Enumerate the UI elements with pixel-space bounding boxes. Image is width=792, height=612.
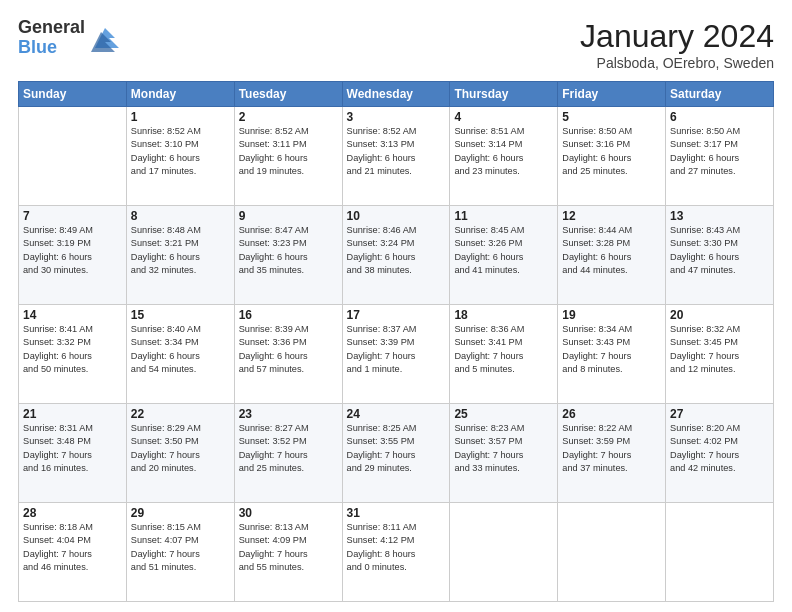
day-cell: 5Sunrise: 8:50 AM Sunset: 3:16 PM Daylig… (558, 107, 666, 206)
day-number: 27 (670, 407, 769, 421)
day-info: Sunrise: 8:22 AM Sunset: 3:59 PM Dayligh… (562, 422, 661, 475)
day-cell: 27Sunrise: 8:20 AM Sunset: 4:02 PM Dayli… (666, 404, 774, 503)
day-info: Sunrise: 8:20 AM Sunset: 4:02 PM Dayligh… (670, 422, 769, 475)
day-header-tuesday: Tuesday (234, 82, 342, 107)
day-info: Sunrise: 8:50 AM Sunset: 3:17 PM Dayligh… (670, 125, 769, 178)
logo-general: General (18, 18, 85, 38)
day-number: 1 (131, 110, 230, 124)
day-cell: 20Sunrise: 8:32 AM Sunset: 3:45 PM Dayli… (666, 305, 774, 404)
day-info: Sunrise: 8:49 AM Sunset: 3:19 PM Dayligh… (23, 224, 122, 277)
day-info: Sunrise: 8:52 AM Sunset: 3:11 PM Dayligh… (239, 125, 338, 178)
day-number: 25 (454, 407, 553, 421)
day-number: 7 (23, 209, 122, 223)
title-block: January 2024 Palsboda, OErebro, Sweden (580, 18, 774, 71)
week-row-2: 7Sunrise: 8:49 AM Sunset: 3:19 PM Daylig… (19, 206, 774, 305)
day-number: 18 (454, 308, 553, 322)
day-cell: 26Sunrise: 8:22 AM Sunset: 3:59 PM Dayli… (558, 404, 666, 503)
day-cell: 16Sunrise: 8:39 AM Sunset: 3:36 PM Dayli… (234, 305, 342, 404)
day-number: 11 (454, 209, 553, 223)
day-header-monday: Monday (126, 82, 234, 107)
day-number: 23 (239, 407, 338, 421)
logo: General Blue (18, 18, 119, 58)
day-cell: 19Sunrise: 8:34 AM Sunset: 3:43 PM Dayli… (558, 305, 666, 404)
page: General Blue January 2024 Palsboda, OEre… (0, 0, 792, 612)
day-info: Sunrise: 8:18 AM Sunset: 4:04 PM Dayligh… (23, 521, 122, 574)
day-cell: 23Sunrise: 8:27 AM Sunset: 3:52 PM Dayli… (234, 404, 342, 503)
day-cell: 14Sunrise: 8:41 AM Sunset: 3:32 PM Dayli… (19, 305, 127, 404)
day-number: 20 (670, 308, 769, 322)
day-number: 30 (239, 506, 338, 520)
day-number: 13 (670, 209, 769, 223)
day-info: Sunrise: 8:36 AM Sunset: 3:41 PM Dayligh… (454, 323, 553, 376)
day-cell: 24Sunrise: 8:25 AM Sunset: 3:55 PM Dayli… (342, 404, 450, 503)
day-cell (19, 107, 127, 206)
day-info: Sunrise: 8:51 AM Sunset: 3:14 PM Dayligh… (454, 125, 553, 178)
day-cell: 21Sunrise: 8:31 AM Sunset: 3:48 PM Dayli… (19, 404, 127, 503)
day-number: 9 (239, 209, 338, 223)
day-info: Sunrise: 8:39 AM Sunset: 3:36 PM Dayligh… (239, 323, 338, 376)
day-header-sunday: Sunday (19, 82, 127, 107)
day-number: 12 (562, 209, 661, 223)
day-cell: 15Sunrise: 8:40 AM Sunset: 3:34 PM Dayli… (126, 305, 234, 404)
logo-icon (91, 24, 119, 52)
day-cell: 3Sunrise: 8:52 AM Sunset: 3:13 PM Daylig… (342, 107, 450, 206)
location: Palsboda, OErebro, Sweden (580, 55, 774, 71)
day-cell: 29Sunrise: 8:15 AM Sunset: 4:07 PM Dayli… (126, 503, 234, 602)
day-cell: 2Sunrise: 8:52 AM Sunset: 3:11 PM Daylig… (234, 107, 342, 206)
day-cell: 9Sunrise: 8:47 AM Sunset: 3:23 PM Daylig… (234, 206, 342, 305)
header: General Blue January 2024 Palsboda, OEre… (18, 18, 774, 71)
day-cell (450, 503, 558, 602)
day-number: 29 (131, 506, 230, 520)
day-info: Sunrise: 8:37 AM Sunset: 3:39 PM Dayligh… (347, 323, 446, 376)
day-cell: 30Sunrise: 8:13 AM Sunset: 4:09 PM Dayli… (234, 503, 342, 602)
month-title: January 2024 (580, 18, 774, 55)
day-info: Sunrise: 8:25 AM Sunset: 3:55 PM Dayligh… (347, 422, 446, 475)
day-info: Sunrise: 8:45 AM Sunset: 3:26 PM Dayligh… (454, 224, 553, 277)
week-row-1: 1Sunrise: 8:52 AM Sunset: 3:10 PM Daylig… (19, 107, 774, 206)
day-cell: 12Sunrise: 8:44 AM Sunset: 3:28 PM Dayli… (558, 206, 666, 305)
day-cell: 28Sunrise: 8:18 AM Sunset: 4:04 PM Dayli… (19, 503, 127, 602)
day-cell: 31Sunrise: 8:11 AM Sunset: 4:12 PM Dayli… (342, 503, 450, 602)
week-row-4: 21Sunrise: 8:31 AM Sunset: 3:48 PM Dayli… (19, 404, 774, 503)
day-info: Sunrise: 8:50 AM Sunset: 3:16 PM Dayligh… (562, 125, 661, 178)
day-info: Sunrise: 8:15 AM Sunset: 4:07 PM Dayligh… (131, 521, 230, 574)
day-cell: 7Sunrise: 8:49 AM Sunset: 3:19 PM Daylig… (19, 206, 127, 305)
day-number: 31 (347, 506, 446, 520)
day-cell (558, 503, 666, 602)
day-cell: 10Sunrise: 8:46 AM Sunset: 3:24 PM Dayli… (342, 206, 450, 305)
day-cell: 13Sunrise: 8:43 AM Sunset: 3:30 PM Dayli… (666, 206, 774, 305)
calendar-table: SundayMondayTuesdayWednesdayThursdayFrid… (18, 81, 774, 602)
logo-blue: Blue (18, 38, 85, 58)
day-info: Sunrise: 8:41 AM Sunset: 3:32 PM Dayligh… (23, 323, 122, 376)
day-number: 14 (23, 308, 122, 322)
day-cell: 25Sunrise: 8:23 AM Sunset: 3:57 PM Dayli… (450, 404, 558, 503)
day-number: 5 (562, 110, 661, 124)
day-number: 22 (131, 407, 230, 421)
day-header-thursday: Thursday (450, 82, 558, 107)
day-info: Sunrise: 8:29 AM Sunset: 3:50 PM Dayligh… (131, 422, 230, 475)
day-number: 6 (670, 110, 769, 124)
day-cell: 11Sunrise: 8:45 AM Sunset: 3:26 PM Dayli… (450, 206, 558, 305)
day-info: Sunrise: 8:31 AM Sunset: 3:48 PM Dayligh… (23, 422, 122, 475)
day-info: Sunrise: 8:44 AM Sunset: 3:28 PM Dayligh… (562, 224, 661, 277)
day-number: 3 (347, 110, 446, 124)
day-info: Sunrise: 8:32 AM Sunset: 3:45 PM Dayligh… (670, 323, 769, 376)
day-info: Sunrise: 8:47 AM Sunset: 3:23 PM Dayligh… (239, 224, 338, 277)
day-header-saturday: Saturday (666, 82, 774, 107)
day-number: 8 (131, 209, 230, 223)
day-number: 2 (239, 110, 338, 124)
day-info: Sunrise: 8:34 AM Sunset: 3:43 PM Dayligh… (562, 323, 661, 376)
day-number: 28 (23, 506, 122, 520)
day-info: Sunrise: 8:43 AM Sunset: 3:30 PM Dayligh… (670, 224, 769, 277)
day-info: Sunrise: 8:27 AM Sunset: 3:52 PM Dayligh… (239, 422, 338, 475)
day-info: Sunrise: 8:52 AM Sunset: 3:13 PM Dayligh… (347, 125, 446, 178)
day-info: Sunrise: 8:11 AM Sunset: 4:12 PM Dayligh… (347, 521, 446, 574)
day-info: Sunrise: 8:48 AM Sunset: 3:21 PM Dayligh… (131, 224, 230, 277)
header-row: SundayMondayTuesdayWednesdayThursdayFrid… (19, 82, 774, 107)
day-cell (666, 503, 774, 602)
day-cell: 4Sunrise: 8:51 AM Sunset: 3:14 PM Daylig… (450, 107, 558, 206)
day-number: 17 (347, 308, 446, 322)
day-number: 19 (562, 308, 661, 322)
day-cell: 17Sunrise: 8:37 AM Sunset: 3:39 PM Dayli… (342, 305, 450, 404)
logo-text: General Blue (18, 18, 85, 58)
